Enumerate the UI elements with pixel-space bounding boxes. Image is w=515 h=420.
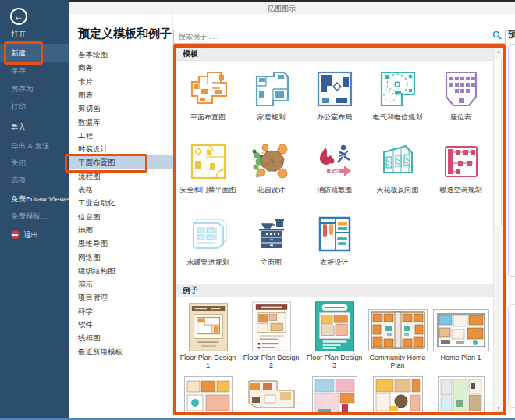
category-item[interactable]: 思维导图 (69, 237, 173, 250)
category-item[interactable]: 工业自动化 (69, 196, 173, 209)
plumbing-piping-icon (176, 212, 240, 257)
template-item-floor-plan[interactable]: 平面布置图 (176, 66, 240, 139)
scroll-down-icon[interactable]: ▼ (494, 406, 503, 411)
template-label: 衣柜设计 (303, 258, 366, 266)
preview-pane-clipped: 预 (506, 14, 515, 420)
preview-box (508, 304, 515, 408)
sidebar-item-label: 新建 (11, 48, 26, 57)
sidebar-item-label: 另存为 (11, 84, 34, 93)
template-item-fire-escape[interactable]: Exit 消防疏散图 (303, 139, 366, 212)
category-item[interactable]: 卡片 (69, 75, 173, 88)
categories-header: 预定义模板和例子 (78, 27, 172, 41)
sidebar-item[interactable]: 新建 (0, 44, 69, 62)
category-item[interactable]: 网络图 (69, 251, 173, 264)
category-item[interactable]: 演示 (69, 277, 173, 290)
sidebar-item[interactable]: 导出 & 发送 (0, 137, 69, 155)
category-item[interactable]: 商务 (69, 61, 173, 74)
category-item[interactable]: 最近所用模板 (69, 345, 173, 358)
search-icon[interactable] (492, 30, 502, 40)
back-button[interactable]: ← (10, 8, 27, 25)
category-item[interactable]: 科学 (69, 304, 173, 318)
example-item-fp-design-3[interactable]: Floor Plan Design 3 (303, 301, 366, 375)
sidebar-item-label: 免费模板... (11, 212, 47, 220)
template-label: 办公室布局 (303, 113, 366, 121)
category-item[interactable]: 平面布置图 (69, 155, 173, 169)
category-item[interactable]: 地图 (69, 223, 173, 237)
category-item[interactable]: 剪切画 (69, 101, 173, 115)
category-item[interactable]: 项目管理 (69, 290, 173, 304)
template-label: 花园设计 (240, 186, 303, 194)
example-thumbnail (176, 301, 240, 351)
panel-scrollbar[interactable]: ▲ ▼ (493, 48, 503, 412)
example-thumbnail (303, 301, 366, 351)
template-item-home-plan[interactable]: 家居规划 (240, 66, 303, 139)
example-thumbnail[interactable] (429, 375, 492, 415)
category-item[interactable]: 表格 (69, 183, 173, 196)
template-item-garden-design[interactable]: 花园设计 (240, 139, 303, 212)
sidebar-item[interactable]: 打开 (0, 26, 69, 43)
template-item-reflected-ceiling[interactable]: 天花板反向图 (366, 139, 429, 212)
example-thumbnail (366, 301, 429, 351)
sidebar-item-label: 关闭 (11, 158, 26, 167)
template-item-security-access[interactable]: 安全和门禁平面图 (176, 139, 240, 212)
search-box (173, 28, 506, 42)
category-item[interactable]: 信息图 (69, 210, 173, 223)
template-item-hvac-plan[interactable]: 暖通空调规划 (429, 139, 492, 212)
category-item[interactable]: 基本绘图 (69, 48, 173, 61)
sidebar-item[interactable]: 退出 (0, 226, 69, 244)
sidebar-item[interactable]: 关闭 (0, 155, 69, 172)
back-arrow-icon: ← (14, 12, 23, 21)
example-thumbnail[interactable] (303, 375, 366, 415)
sidebar-item[interactable]: 免费模板... (0, 208, 69, 225)
example-thumbnail[interactable] (176, 375, 240, 415)
category-item[interactable]: 数据库 (69, 116, 173, 129)
example-thumbnail (240, 301, 303, 351)
category-item[interactable]: 工程 (69, 129, 173, 142)
sidebar-item-label: 打印 (11, 102, 26, 111)
category-item[interactable]: 图表 (69, 88, 173, 101)
template-label: 水暖管道规划 (176, 258, 240, 266)
sidebar-item[interactable]: 打印 (0, 98, 69, 116)
svg-text:Exit: Exit (330, 169, 340, 174)
example-thumbnail[interactable] (366, 375, 429, 415)
example-label: Home Plan 1 (429, 354, 492, 361)
title-bar: 亿图图示 (69, 0, 515, 14)
edraw-new-file-screen: 亿图图示 ← 打开新建保存另存为打印导入导出 & 发送关闭选项免费Edraw V… (0, 0, 515, 420)
template-label: 立面图 (240, 258, 303, 266)
wardrobe-design-icon (303, 212, 366, 257)
sidebar-item[interactable]: 另存为 (0, 80, 69, 98)
example-item-community-home-plan[interactable]: Community Home Plan (366, 301, 429, 375)
example-item-fp-design-1[interactable]: Floor Plan Design 1 (176, 301, 240, 375)
preview-pane-title: 预 (508, 29, 515, 41)
hvac-plan-icon (429, 139, 492, 184)
template-item-office-layout[interactable]: 办公室布局 (303, 66, 366, 139)
category-item[interactable]: 组织结构图 (69, 264, 173, 277)
example-item-fp-design-2[interactable]: Floor Plan Design 2 (240, 301, 303, 375)
category-item[interactable]: 线框图 (69, 331, 173, 344)
examples-grid-row-2 (176, 375, 492, 415)
template-item-elevation[interactable]: 立面图 (240, 212, 303, 284)
window-title: 亿图图示 (268, 4, 296, 14)
electrical-telecom-icon (366, 66, 429, 112)
template-item-plumbing[interactable]: 水暖管道规划 (176, 212, 240, 284)
category-item[interactable]: 软件 (69, 318, 173, 331)
sidebar-item[interactable]: 导入 (0, 119, 69, 136)
template-label: 消防疏散图 (303, 186, 366, 194)
template-item-electrical[interactable]: 电气和电信规划 (366, 66, 429, 139)
template-item-seating-chart[interactable]: 座位表 (429, 66, 492, 139)
scrollbar-thumb[interactable] (495, 59, 502, 226)
category-item[interactable]: 流程图 (69, 169, 173, 183)
reflected-ceiling-icon (366, 139, 429, 184)
search-input[interactable] (173, 30, 506, 44)
example-label: Floor Plan Design 1 (176, 354, 240, 369)
sidebar-item[interactable]: 选项 (0, 172, 69, 189)
templates-panel: 模板 平面布置图 (173, 44, 506, 415)
template-item-wardrobe[interactable]: 衣柜设计 (303, 212, 366, 284)
example-thumbnail[interactable] (240, 375, 303, 415)
sidebar-item-label: 导出 & 发送 (11, 141, 50, 150)
template-label: 电气和电信规划 (366, 113, 429, 121)
sidebar-item[interactable]: 保存 (0, 62, 69, 80)
example-item-home-plan-1[interactable]: Home Plan 1 (429, 301, 492, 375)
sidebar-item[interactable]: 免费Edraw Viewer (0, 190, 69, 208)
scroll-up-icon[interactable]: ▲ (494, 49, 503, 54)
